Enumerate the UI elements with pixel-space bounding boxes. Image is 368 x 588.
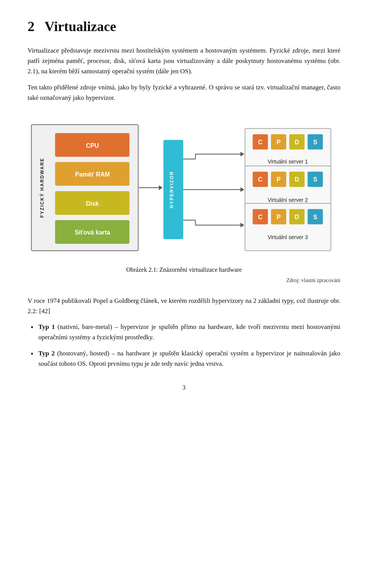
svg-text:D: D xyxy=(295,139,299,145)
svg-text:S: S xyxy=(313,139,317,145)
svg-marker-23 xyxy=(240,223,244,227)
typ2-bold-suffix: (hostovaný, hosted) xyxy=(55,350,109,357)
svg-text:C: C xyxy=(258,176,263,183)
body-text: V roce 1974 publikovali Popel a Goldberg… xyxy=(28,296,340,316)
svg-marker-19 xyxy=(240,187,244,192)
diagram-wrapper: FYZICKÝ HARDWARE CPU Paměť RAM Disk Síťo… xyxy=(28,117,340,259)
typ2-bold: Typ 2 xyxy=(38,350,55,357)
svg-text:P: P xyxy=(276,176,281,183)
page-number: 3 xyxy=(28,384,340,391)
svg-text:HYPERVIZOR: HYPERVIZOR xyxy=(169,171,174,208)
svg-text:Virtuální server 1: Virtuální server 1 xyxy=(268,159,308,165)
svg-text:Síťová karta: Síťová karta xyxy=(75,229,110,236)
svg-text:D: D xyxy=(295,214,299,220)
list-item-1: Typ 1 (nativní, bare-metal) – hypervizor… xyxy=(28,322,340,342)
svg-text:Paměť RAM: Paměť RAM xyxy=(75,171,110,178)
bullet-list: Typ 1 (nativní, bare-metal) – hypervizor… xyxy=(28,322,340,369)
svg-text:CPU: CPU xyxy=(86,142,99,149)
svg-text:Virtuální server 2: Virtuální server 2 xyxy=(268,197,308,203)
chapter-number: 2 xyxy=(28,19,34,34)
svg-text:P: P xyxy=(276,214,281,220)
svg-marker-11 xyxy=(159,185,163,190)
figure-source: Zdroj: vlastní zpracování xyxy=(28,276,340,285)
svg-marker-17 xyxy=(240,152,244,156)
paragraph-1: Virtualizace představuje mezivrstu mezi … xyxy=(28,45,340,77)
chapter-title: 2 Virtualizace xyxy=(28,18,340,35)
svg-text:FYZICKÝ HARDWARE: FYZICKÝ HARDWARE xyxy=(39,158,45,218)
paragraph-2: Ten takto přidělené zdroje vnímá, jako b… xyxy=(28,82,340,103)
svg-text:C: C xyxy=(258,139,263,145)
svg-text:Disk: Disk xyxy=(86,200,99,207)
figure-caption: Obrázek 2.1: Znázornění virtualizace har… xyxy=(28,265,340,275)
typ1-bold-suffix: (nativní, bare-metal) xyxy=(55,323,112,330)
chapter-title-text: Virtualizace xyxy=(44,19,116,34)
svg-text:P: P xyxy=(276,139,281,145)
svg-text:D: D xyxy=(295,176,299,183)
virtualization-diagram: FYZICKÝ HARDWARE CPU Paměť RAM Disk Síťo… xyxy=(28,117,340,259)
svg-text:S: S xyxy=(313,214,317,220)
svg-text:Virtuální server 3: Virtuální server 3 xyxy=(268,234,308,240)
typ1-bold: Typ 1 xyxy=(38,323,55,330)
list-item-2: Typ 2 (hostovaný, hosted) – na hardware … xyxy=(28,348,340,369)
svg-text:S: S xyxy=(313,176,317,183)
svg-text:C: C xyxy=(258,214,263,220)
